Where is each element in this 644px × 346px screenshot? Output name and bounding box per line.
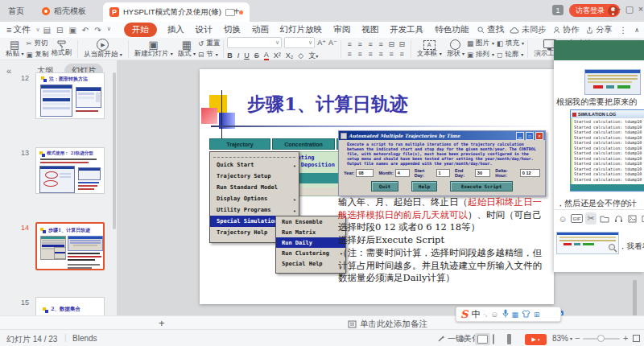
zoom-out-button[interactable]: − — [575, 333, 580, 343]
preview-icon[interactable]: ▣ — [68, 26, 76, 35]
align-center-button[interactable]: ≡ — [358, 50, 362, 58]
print-icon[interactable]: ⊟ — [56, 26, 63, 35]
font-color-button[interactable]: A — [264, 51, 269, 60]
arrange-button[interactable]: ▣排列▾ — [467, 50, 494, 60]
chat-input-image[interactable] — [556, 232, 619, 254]
outline-button[interactable]: ◻轮廓▾ — [497, 50, 523, 60]
gif-icon[interactable]: GIF — [571, 214, 583, 223]
notes-bar[interactable]: 单击此处添加备注 — [348, 319, 427, 330]
copy-button[interactable]: ▣复制 — [26, 50, 48, 60]
sync-status[interactable]: 未同步 — [510, 24, 546, 35]
file-folder-icon[interactable] — [599, 212, 610, 224]
tab-review[interactable]: 审阅 — [333, 24, 350, 35]
undo-icon[interactable]: ↶ — [82, 26, 89, 35]
share-button[interactable]: 分享 — [586, 24, 612, 35]
tab-features[interactable]: 特色功能 — [435, 24, 469, 35]
file-menu[interactable]: 文件 — [13, 24, 30, 35]
strikethrough-button[interactable]: S — [254, 51, 259, 60]
ime-keyboard-icon[interactable]: ▦ — [512, 311, 519, 319]
outdent-button[interactable]: ≡ — [369, 40, 373, 48]
hysplit-dialog-screenshot[interactable]: Automated Multiple Trajectories by Time … — [338, 130, 546, 196]
more-menu-icon[interactable]: ⋮ — [619, 26, 627, 35]
image-icon[interactable] — [626, 212, 638, 224]
tab-transition[interactable]: 切换 — [224, 24, 241, 35]
increase-font-button[interactable]: A⁺ — [317, 39, 326, 47]
collaborate-button[interactable]: 协作 — [553, 24, 579, 35]
reading-view-button[interactable] — [507, 335, 511, 344]
slide-thumbnail-15[interactable]: 2、数据集合 — [35, 297, 105, 315]
tab-view[interactable]: 视图 — [361, 24, 378, 35]
paste-button[interactable]: ▤ 粘贴 ▾ — [3, 39, 26, 57]
notification-badge[interactable]: 1 — [552, 5, 564, 15]
fit-to-window-button[interactable] — [633, 335, 640, 342]
restore-button[interactable]: ▢ — [624, 4, 635, 14]
chat-window-header[interactable] — [554, 40, 644, 60]
zoom-slider-knob[interactable] — [597, 335, 605, 342]
tab-insert[interactable]: 插入 — [167, 24, 184, 35]
hamburger-icon[interactable]: ≡ — [6, 25, 11, 35]
subscript-button[interactable]: X₂ — [286, 51, 294, 60]
audio-headset-icon[interactable] — [613, 212, 624, 224]
ime-punctuation[interactable]: ·, — [483, 311, 487, 318]
canvas-scrollbar[interactable] — [633, 280, 637, 317]
add-slide-button[interactable]: + — [159, 317, 165, 329]
ime-emoji-icon[interactable]: ☺ — [490, 310, 498, 319]
zoom-level[interactable]: 83%▾ — [552, 334, 572, 343]
font-family-select[interactable]: ∨ — [227, 37, 282, 48]
slide-body-text[interactable]: 输入年、月、起始日、终止日（起始日和终止日一般选择模拟日的前后几天就可以）、时间… — [338, 196, 546, 246]
distribute-button[interactable]: ≡ — [390, 50, 394, 58]
minimize-button[interactable]: ─ — [612, 4, 623, 14]
collapse-panel-icon[interactable]: « — [6, 66, 11, 76]
redo-icon[interactable]: ↷ — [94, 26, 101, 35]
tab-slideshow[interactable]: 幻灯片放映 — [280, 24, 323, 35]
find-entry[interactable]: 查找 — [477, 24, 504, 35]
picture-button[interactable]: ▦图片▾ — [467, 39, 494, 48]
slide-thumbnail-14[interactable]: 步骤1、计算日轨迹 — [35, 222, 105, 270]
section-button[interactable]: ⊟节 ▾ — [198, 50, 220, 60]
phonetic-button[interactable]: 文▾ — [308, 51, 318, 61]
simulation-log-window[interactable]: SIMULATION LOG Started calculation: tdum… — [570, 109, 644, 192]
fill-button[interactable]: ◧填充▾ — [497, 39, 524, 48]
new-slide-button[interactable]: ▣ 新建幻灯片 ▾ — [132, 39, 175, 57]
text-direction-button[interactable]: ⊟ — [398, 40, 405, 48]
collapse-ribbon-icon[interactable]: ∧ — [634, 27, 639, 34]
align-left-button[interactable]: ≡ — [348, 50, 352, 58]
close-button[interactable]: × — [635, 4, 644, 14]
slideshow-play-button[interactable]: ▶▾ — [525, 334, 547, 345]
shapes-button[interactable]: 形状 ▾ — [444, 39, 467, 57]
underline-button[interactable]: U — [244, 51, 250, 60]
ime-toolbox-icon[interactable]: ⊞ — [534, 311, 540, 319]
layout-button[interactable]: ▦ 版式 ▾ — [175, 39, 198, 57]
slide-title[interactable]: 步骤1、计算日轨迹 — [247, 92, 408, 117]
new-tab-button[interactable]: + — [227, 3, 246, 19]
slide-note-text[interactable]: （注：需要时间计算，选择时间段越多越精细，但计算占用时间越多。并且轨迹建立中所输… — [338, 247, 547, 285]
justify-button[interactable]: ≡ — [379, 50, 383, 58]
cut-button[interactable]: ✂剪切 — [26, 39, 48, 48]
zoom-in-button[interactable]: + — [623, 333, 628, 343]
decrease-font-button[interactable]: A⁻ — [328, 39, 337, 47]
textbox-button[interactable]: A 文本框 ▾ — [415, 40, 444, 57]
indent-button[interactable]: ≡ — [379, 40, 383, 48]
tab-home[interactable]: 首页 — [2, 3, 31, 19]
normal-view-button[interactable] — [475, 333, 490, 345]
ime-mic-icon[interactable] — [502, 309, 509, 319]
tab-start[interactable]: 开始 — [124, 23, 157, 37]
screenshot-scissors-icon[interactable]: ✂ — [585, 212, 597, 224]
clear-format-button[interactable]: ◇ — [298, 51, 303, 60]
slide-sorter-button[interactable] — [493, 335, 494, 344]
sogou-logo[interactable]: S — [460, 308, 468, 320]
bold-button[interactable]: B — [227, 51, 233, 60]
align-right-button[interactable]: ≡ — [369, 50, 373, 58]
more-tools-icon[interactable] — [640, 212, 644, 224]
emoji-icon[interactable]: ☺ — [557, 212, 568, 224]
format-painter-button[interactable]: 格式刷 — [48, 40, 74, 56]
tab-design[interactable]: 设计 — [196, 24, 213, 35]
superscript-button[interactable]: X² — [274, 51, 281, 60]
slide-thumbnail-13[interactable]: 模式使用： 2)轨迹分型 — [35, 147, 105, 194]
tab-docer[interactable]: 稻壳模板 — [35, 3, 93, 19]
hysplit-menu-screenshot[interactable]: or computing on, and Deposition Trajecto… — [208, 138, 340, 272]
slide-thumbnail-12[interactable]: 注：图形转换方法 — [35, 72, 105, 119]
ime-mode-chinese[interactable]: 中 — [471, 308, 480, 320]
slide-canvas[interactable]: 步骤1、计算日轨迹 or computing on, and Depositio… — [200, 69, 554, 304]
font-size-select[interactable]: ∨ — [284, 37, 315, 48]
